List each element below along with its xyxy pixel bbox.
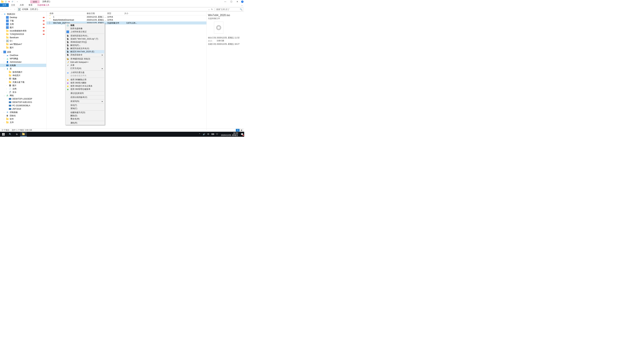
tree-item[interactable]: 保存的图片 [0, 70, 46, 74]
tree-item[interactable]: ›📄文档 [0, 87, 46, 90]
tree-item[interactable]: 文档📌 [0, 22, 46, 26]
tree-item[interactable]: 🗑回收站 [0, 114, 46, 117]
cm-360-menu[interactable]: ◉使用 360管理右键菜单 [66, 88, 104, 91]
tree-item[interactable]: 天翼云盘下载 [0, 80, 46, 84]
cm-add-zip[interactable]: 🗜添加到 "Win7x64_2020.zip" (T) [66, 37, 104, 40]
chevron-right-icon[interactable]: › [28, 8, 30, 10]
ribbon-tab-file[interactable]: 文件 [0, 3, 9, 7]
notification-icon[interactable]: 💬3 [240, 133, 244, 136]
tree-libraries[interactable]: ⌄▮库 [0, 67, 46, 70]
ribbon-tab-view[interactable]: 查看 [26, 3, 35, 7]
cm-360-delete[interactable]: ◉使用 360强力删除 [66, 81, 104, 84]
tree-this-pc[interactable]: ›此电脑 [0, 64, 46, 67]
tree-item[interactable]: Bandicam [0, 36, 46, 39]
search-icon[interactable]: 🔍 [240, 8, 242, 10]
cm-burn[interactable]: 刻录光盘映像 [66, 27, 104, 30]
nav-forward-button[interactable]: → [5, 8, 8, 11]
start-button[interactable] [0, 132, 7, 137]
tree-item[interactable]: 下载📌 [0, 19, 46, 22]
view-details-button[interactable]: ☰ [236, 129, 240, 132]
task-view-button[interactable]: ⧉ [14, 132, 20, 137]
refresh-icon[interactable]: ↻ [210, 8, 214, 10]
tree-item[interactable]: ›🖼图片 [0, 84, 46, 87]
tree-item[interactable]: 图片 [0, 46, 46, 49]
taskbar-clock[interactable]: 16:32 2020/12/25, 星期五 [220, 132, 239, 136]
ribbon-tab-share[interactable]: 共享 [18, 3, 26, 7]
ribbon-tab-disc-tools[interactable]: 光盘映像工具 [35, 3, 52, 7]
col-size[interactable]: 大小 [124, 12, 138, 15]
tree-item[interactable]: ZMT2019 [0, 107, 46, 111]
tree-item[interactable]: ›💽G:\ [0, 39, 46, 42]
tree-item[interactable]: ›🎞视频 [0, 77, 46, 80]
breadcrumb-current[interactable]: 文档 (E:) [30, 8, 38, 11]
tree-item[interactable]: 本机照片 [0, 74, 46, 77]
address-dropdown-icon[interactable]: ⌄ [208, 8, 210, 10]
cm-open-360zip[interactable]: 🗜用360压缩打开(Q) [66, 40, 104, 44]
ime-indicator[interactable]: 中 [207, 133, 210, 136]
cm-properties[interactable]: 属性(R) [66, 121, 104, 124]
volume-icon[interactable]: 🔊 [202, 133, 206, 136]
qat-customize-icon[interactable]: ▾ [16, 0, 18, 3]
help-icon[interactable]: ? [241, 0, 244, 3]
cm-extract-to[interactable]: 🗜解压到(F)... [66, 44, 104, 47]
tree-item[interactable]: Desktop📌 [0, 16, 46, 19]
cm-360-unlock[interactable]: ◉使用 360解除占用 [66, 78, 104, 81]
cm-other-archive[interactable]: 🗜其他压缩命令▶ [66, 53, 104, 56]
nav-back-button[interactable]: ← [1, 8, 4, 11]
cm-extract-here[interactable]: 🗜解压到当前文件夹(X) [66, 47, 104, 50]
cm-extract-folder[interactable]: 🗜解压到 Win7x64_2020\ (E) [66, 50, 104, 53]
qat-delete-icon[interactable]: ✕ [8, 0, 10, 3]
tree-item[interactable]: ›🎵音乐 [0, 90, 46, 94]
tree-quick-access[interactable]: ⌄★快速访问 [0, 12, 46, 16]
tree-item[interactable]: ›☁WPS网盘 [0, 57, 46, 60]
ribbon-expand-icon[interactable]: ⌄ [241, 4, 243, 6]
maximize-button[interactable]: ☐ [229, 0, 234, 3]
cm-share[interactable]: ↗共享 [66, 64, 104, 67]
cm-qq-send[interactable]: 通过QQ发送到 [66, 92, 104, 95]
tree-item[interactable]: DESKTOP-NJEU3CG [0, 100, 46, 104]
cm-360-scan[interactable]: ◉使用 360进行木马云查杀 [66, 84, 104, 88]
cm-copy[interactable]: 复制(C) [66, 107, 104, 110]
tree-item[interactable]: 图片📌 [0, 26, 46, 29]
cm-send-to[interactable]: 发送到(N)▶ [66, 100, 104, 103]
cm-notepad[interactable]: 📝Edit with Notepad++ [66, 60, 104, 64]
tree-desktop[interactable]: ⌄桌面 [0, 50, 46, 54]
security-icon[interactable]: 🛡 [216, 133, 218, 136]
breadcrumb-root[interactable]: 此电脑 [22, 8, 28, 11]
tree-item[interactable]: ›软件 [0, 117, 46, 121]
cm-honey-browser[interactable]: 🐝用 蜂蜜浏览器 浏览(3) [66, 57, 104, 60]
tray-overflow-icon[interactable]: ⌃ [198, 133, 201, 136]
address-bar[interactable]: 💽 › 此电脑 › 文档 (E:) › ⌄ ↻ [17, 7, 214, 11]
cm-delete[interactable]: 删除(D) [66, 114, 104, 117]
tree-item[interactable]: ›文件 [0, 121, 46, 124]
tree-item[interactable]: YUNQISHI2019📌 [0, 32, 46, 36]
file-row[interactable]: BaiduNetdiskDownload 2020/12/25, 星期五 1..… [46, 18, 206, 21]
search-box[interactable]: 🔍 [215, 7, 243, 11]
col-name[interactable]: 名称 [50, 12, 87, 15]
search-button[interactable]: 🔍 [7, 132, 14, 137]
tree-item[interactable]: ›☁OneDrive [0, 54, 46, 57]
tree-network[interactable]: ⌄🖧网络 [0, 94, 46, 97]
cm-open-with[interactable]: 打开方式(H)▶ [66, 67, 104, 70]
cm-rename[interactable]: 重命名(M) [66, 117, 104, 120]
nav-recent-icon[interactable]: ⌄ [9, 8, 12, 11]
cm-baidu-upload[interactable]: ☁上传到百度云盘 [66, 71, 104, 74]
navigation-tree[interactable]: ⌄★快速访问 Desktop📌 下载📌 文档📌 图片📌 excel表格制作求和📌… [0, 12, 46, 130]
cm-create-shortcut[interactable]: 创建快捷方式(S) [66, 111, 104, 114]
search-input[interactable] [216, 8, 242, 10]
col-type[interactable]: 类型 [107, 12, 124, 15]
tree-item[interactable]: DESKTOP-LSSOEDP [0, 97, 46, 100]
qat-checkbox-icon[interactable]: ☑ [4, 0, 7, 3]
cm-add-archive[interactable]: 🗜添加到压缩文件(A)... [66, 34, 104, 37]
view-icons-button[interactable]: ▦ [240, 129, 243, 132]
col-date[interactable]: 修改日期 [87, 12, 107, 15]
cm-restore-version[interactable]: 还原以前的版本(V) [66, 96, 104, 99]
tree-item[interactable]: ›👤Administrator [0, 60, 46, 64]
tree-item[interactable]: ›⚙控制面板 [0, 111, 46, 114]
chevron-right-icon[interactable]: › [21, 8, 22, 10]
keyboard-icon[interactable]: ⌨ [211, 133, 214, 136]
file-row[interactable]: 1 2020/12/15, 星期二 1... 文件夹 [46, 15, 206, 18]
explorer-taskbar-button[interactable] [20, 132, 27, 137]
qat-undo-icon[interactable]: ↺ [11, 0, 14, 3]
chevron-right-icon[interactable]: › [38, 8, 40, 10]
